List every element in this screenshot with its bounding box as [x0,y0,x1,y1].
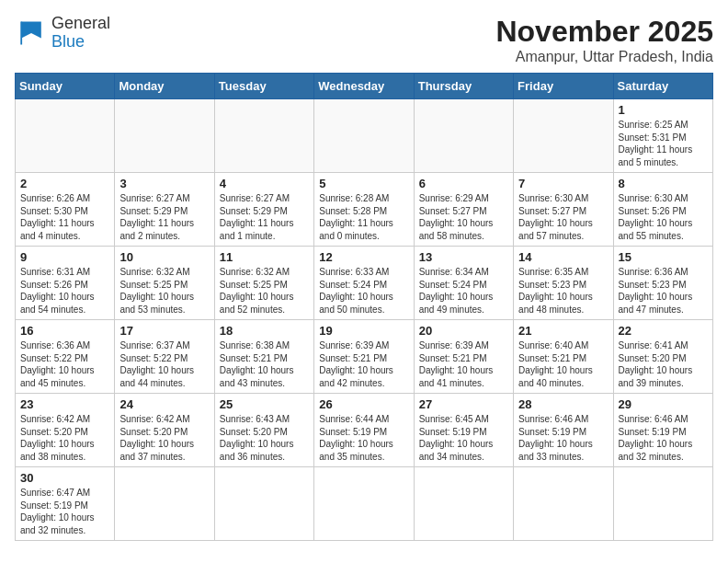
calendar-cell [214,99,313,173]
calendar-week-2: 9Sunrise: 6:31 AM Sunset: 5:26 PM Daylig… [16,247,713,320]
day-info: Sunrise: 6:39 AM Sunset: 5:21 PM Dayligh… [319,339,408,389]
day-number: 13 [419,250,508,264]
header-wednesday: Wednesday [314,74,414,99]
calendar-cell [115,99,214,173]
day-info: Sunrise: 6:31 AM Sunset: 5:26 PM Dayligh… [20,266,109,316]
calendar-week-5: 30Sunrise: 6:47 AM Sunset: 5:19 PM Dayli… [16,467,713,541]
calendar-cell: 2Sunrise: 6:26 AM Sunset: 5:30 PM Daylig… [16,173,115,247]
day-info: Sunrise: 6:30 AM Sunset: 5:26 PM Dayligh… [619,192,708,242]
day-number: 16 [20,324,109,338]
calendar-table: Sunday Monday Tuesday Wednesday Thursday… [15,73,713,541]
calendar-cell: 30Sunrise: 6:47 AM Sunset: 5:19 PM Dayli… [16,467,115,541]
header-sunday: Sunday [16,74,115,99]
header-tuesday: Tuesday [214,74,313,99]
calendar-cell: 21Sunrise: 6:40 AM Sunset: 5:21 PM Dayli… [514,320,613,394]
calendar-week-0: 1Sunrise: 6:25 AM Sunset: 5:31 PM Daylig… [16,99,713,173]
header-friday: Friday [514,74,613,99]
day-number: 28 [518,397,608,411]
calendar-cell: 18Sunrise: 6:38 AM Sunset: 5:21 PM Dayli… [214,320,313,394]
calendar-cell: 26Sunrise: 6:44 AM Sunset: 5:19 PM Dayli… [314,394,414,467]
calendar-subtitle: Amanpur, Uttar Pradesh, India [495,49,713,65]
page-header: General Blue November 2025 Amanpur, Utta… [15,15,713,65]
day-info: Sunrise: 6:32 AM Sunset: 5:25 PM Dayligh… [119,266,209,316]
calendar-cell: 13Sunrise: 6:34 AM Sunset: 5:24 PM Dayli… [414,247,513,320]
logo-icon [15,17,48,50]
day-info: Sunrise: 6:37 AM Sunset: 5:22 PM Dayligh… [119,339,209,389]
day-number: 20 [419,324,508,338]
calendar-cell: 23Sunrise: 6:42 AM Sunset: 5:20 PM Dayli… [16,394,115,467]
day-info: Sunrise: 6:36 AM Sunset: 5:22 PM Dayligh… [20,339,109,389]
day-info: Sunrise: 6:27 AM Sunset: 5:29 PM Dayligh… [119,192,209,242]
header-thursday: Thursday [414,74,513,99]
calendar-cell [613,467,712,541]
day-number: 17 [119,324,209,338]
day-info: Sunrise: 6:47 AM Sunset: 5:19 PM Dayligh… [20,487,109,536]
calendar-cell: 4Sunrise: 6:27 AM Sunset: 5:29 PM Daylig… [214,173,313,247]
day-number: 8 [619,177,708,190]
day-number: 12 [319,250,408,264]
day-info: Sunrise: 6:25 AM Sunset: 5:31 PM Dayligh… [619,119,708,168]
day-info: Sunrise: 6:34 AM Sunset: 5:24 PM Dayligh… [419,266,508,316]
day-number: 24 [119,397,209,411]
day-info: Sunrise: 6:38 AM Sunset: 5:21 PM Dayligh… [220,339,309,389]
day-info: Sunrise: 6:35 AM Sunset: 5:23 PM Dayligh… [518,266,608,316]
calendar-cell: 17Sunrise: 6:37 AM Sunset: 5:22 PM Dayli… [115,320,214,394]
calendar-week-1: 2Sunrise: 6:26 AM Sunset: 5:30 PM Daylig… [16,173,713,247]
day-info: Sunrise: 6:27 AM Sunset: 5:29 PM Dayligh… [220,192,309,242]
day-info: Sunrise: 6:26 AM Sunset: 5:30 PM Dayligh… [20,192,109,242]
calendar-cell [314,99,414,173]
calendar-cell [16,99,115,173]
calendar-cell [514,99,613,173]
calendar-cell: 16Sunrise: 6:36 AM Sunset: 5:22 PM Dayli… [16,320,115,394]
header-monday: Monday [115,74,214,99]
calendar-cell: 28Sunrise: 6:46 AM Sunset: 5:19 PM Dayli… [514,394,613,467]
day-info: Sunrise: 6:43 AM Sunset: 5:20 PM Dayligh… [220,413,309,463]
calendar-title: November 2025 [495,15,713,49]
day-number: 10 [119,250,209,264]
day-number: 14 [518,250,608,264]
day-info: Sunrise: 6:30 AM Sunset: 5:27 PM Dayligh… [518,192,608,242]
day-info: Sunrise: 6:44 AM Sunset: 5:19 PM Dayligh… [319,413,408,463]
day-info: Sunrise: 6:32 AM Sunset: 5:25 PM Dayligh… [220,266,309,316]
day-number: 7 [518,177,608,190]
calendar-cell: 7Sunrise: 6:30 AM Sunset: 5:27 PM Daylig… [514,173,613,247]
calendar-cell: 3Sunrise: 6:27 AM Sunset: 5:29 PM Daylig… [115,173,214,247]
calendar-cell: 10Sunrise: 6:32 AM Sunset: 5:25 PM Dayli… [115,247,214,320]
day-info: Sunrise: 6:42 AM Sunset: 5:20 PM Dayligh… [20,413,109,463]
calendar-cell: 9Sunrise: 6:31 AM Sunset: 5:26 PM Daylig… [16,247,115,320]
weekday-row: Sunday Monday Tuesday Wednesday Thursday… [16,74,713,99]
calendar-cell: 14Sunrise: 6:35 AM Sunset: 5:23 PM Dayli… [514,247,613,320]
calendar-cell [314,467,414,541]
calendar-cell [115,467,214,541]
day-number: 6 [419,177,508,190]
day-info: Sunrise: 6:46 AM Sunset: 5:19 PM Dayligh… [518,413,608,463]
day-info: Sunrise: 6:41 AM Sunset: 5:20 PM Dayligh… [619,339,708,389]
title-area: November 2025 Amanpur, Uttar Pradesh, In… [495,15,713,65]
calendar-cell: 12Sunrise: 6:33 AM Sunset: 5:24 PM Dayli… [314,247,414,320]
day-info: Sunrise: 6:39 AM Sunset: 5:21 PM Dayligh… [419,339,508,389]
day-info: Sunrise: 6:33 AM Sunset: 5:24 PM Dayligh… [319,266,408,316]
day-number: 3 [119,177,209,190]
day-info: Sunrise: 6:42 AM Sunset: 5:20 PM Dayligh… [119,413,209,463]
day-number: 21 [518,324,608,338]
calendar-cell: 5Sunrise: 6:28 AM Sunset: 5:28 PM Daylig… [314,173,414,247]
day-number: 11 [220,250,309,264]
day-info: Sunrise: 6:40 AM Sunset: 5:21 PM Dayligh… [518,339,608,389]
calendar-cell: 29Sunrise: 6:46 AM Sunset: 5:19 PM Dayli… [613,394,712,467]
day-number: 22 [619,324,708,338]
calendar-cell: 6Sunrise: 6:29 AM Sunset: 5:27 PM Daylig… [414,173,513,247]
day-info: Sunrise: 6:29 AM Sunset: 5:27 PM Dayligh… [419,192,508,242]
day-number: 30 [20,471,109,485]
day-number: 18 [220,324,309,338]
calendar-cell [414,467,513,541]
calendar-cell: 25Sunrise: 6:43 AM Sunset: 5:20 PM Dayli… [214,394,313,467]
logo: General Blue [15,15,110,52]
day-info: Sunrise: 6:46 AM Sunset: 5:19 PM Dayligh… [619,413,708,463]
calendar-cell: 24Sunrise: 6:42 AM Sunset: 5:20 PM Dayli… [115,394,214,467]
day-number: 9 [20,250,109,264]
calendar-header: Sunday Monday Tuesday Wednesday Thursday… [16,74,713,99]
calendar-week-4: 23Sunrise: 6:42 AM Sunset: 5:20 PM Dayli… [16,394,713,467]
calendar-cell: 20Sunrise: 6:39 AM Sunset: 5:21 PM Dayli… [414,320,513,394]
calendar-cell: 8Sunrise: 6:30 AM Sunset: 5:26 PM Daylig… [613,173,712,247]
day-info: Sunrise: 6:45 AM Sunset: 5:19 PM Dayligh… [419,413,508,463]
